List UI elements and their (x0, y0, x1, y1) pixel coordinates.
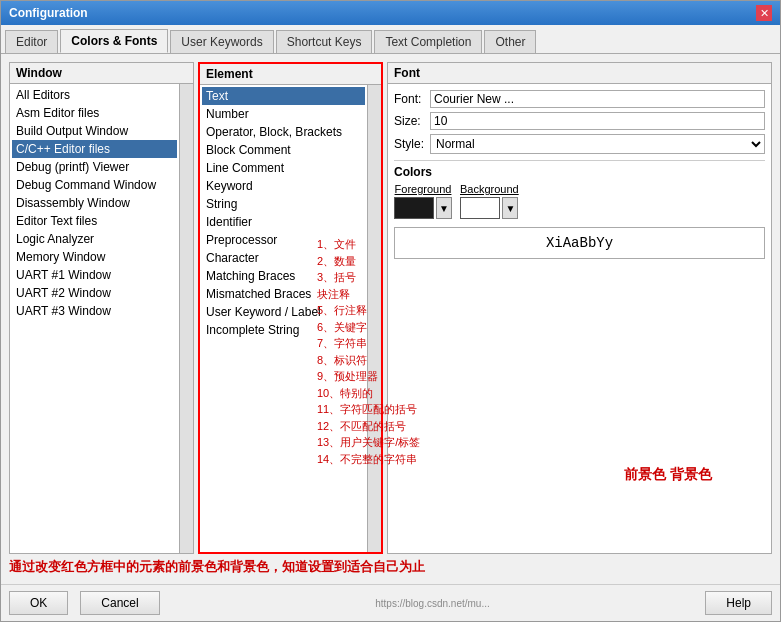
content-area: Window All Editors Asm Editor files Buil… (1, 54, 780, 584)
font-panel: Font Font: Courier New ... Size: 10 Styl… (387, 62, 772, 554)
font-value: Courier New ... (430, 90, 765, 108)
preview-text: XiAaBbYy (546, 235, 613, 251)
style-select[interactable]: Normal Bold Italic Bold Italic (430, 134, 765, 154)
element-list-item[interactable]: Character (202, 249, 365, 267)
tab-text-completion[interactable]: Text Completion (374, 30, 482, 53)
tab-user-keywords[interactable]: User Keywords (170, 30, 273, 53)
list-item-selected[interactable]: C/C++ Editor files (12, 140, 177, 158)
element-list-item-text[interactable]: Text (202, 87, 365, 105)
font-label: Font: (394, 92, 430, 106)
main-row: Window All Editors Asm Editor files Buil… (9, 62, 772, 554)
background-arrow-button[interactable]: ▼ (502, 197, 518, 219)
window-panel-title: Window (10, 63, 193, 84)
element-list-item[interactable]: Keyword (202, 177, 365, 195)
element-list-item[interactable]: Preprocessor (202, 231, 365, 249)
colors-title: Colors (394, 165, 765, 179)
annotation-container: 1、文件 2、数量 3、括号 块注释 5、行注释 6、关键字 7、字符串 8、标… (9, 556, 772, 576)
element-scrollbar[interactable] (367, 85, 381, 552)
colors-section: Colors Foreground ▼ Background (394, 160, 765, 219)
close-button[interactable]: ✕ (756, 5, 772, 21)
size-value: 10 (430, 112, 765, 130)
element-list-item[interactable]: Identifier (202, 213, 365, 231)
element-panel-title: Element (200, 64, 381, 85)
element-list-item[interactable]: Number (202, 105, 365, 123)
element-list-item[interactable]: String (202, 195, 365, 213)
element-list-container: Text Number Operator, Block, Brackets Bl… (200, 85, 381, 552)
list-item[interactable]: Asm Editor files (12, 104, 177, 122)
foreground-col: Foreground ▼ (394, 183, 452, 219)
list-item[interactable]: Debug Command Window (12, 176, 177, 194)
foreground-label[interactable]: Foreground (395, 183, 452, 195)
help-button[interactable]: Help (705, 591, 772, 615)
window-title: Configuration (9, 6, 88, 20)
size-label: Size: (394, 114, 430, 128)
tab-shortcut-keys[interactable]: Shortcut Keys (276, 30, 373, 53)
blog-link: https://blog.csdn.net/mu... (172, 598, 694, 609)
element-list-item[interactable]: User Keyword / Label (202, 303, 365, 321)
window-list-container: All Editors Asm Editor files Build Outpu… (10, 84, 193, 553)
list-item[interactable]: UART #2 Window (12, 284, 177, 302)
title-bar: Configuration ✕ (1, 1, 780, 25)
bottom-annotation-text: 通过改变红色方框中的元素的前景色和背景色，知道设置到适合自己为止 (9, 558, 772, 576)
foreground-swatch[interactable] (394, 197, 434, 219)
window-list[interactable]: All Editors Asm Editor files Build Outpu… (10, 84, 179, 553)
background-swatch[interactable] (460, 197, 500, 219)
background-col: Background ▼ (460, 183, 519, 219)
style-label: Style: (394, 137, 430, 151)
list-item[interactable]: UART #1 Window (12, 266, 177, 284)
element-list-item[interactable]: Block Comment (202, 141, 365, 159)
size-row: Size: 10 (394, 112, 765, 130)
cancel-button[interactable]: Cancel (80, 591, 159, 615)
tab-colors-fonts[interactable]: Colors & Fonts (60, 29, 168, 53)
window-scrollbar[interactable] (179, 84, 193, 553)
style-row: Style: Normal Bold Italic Bold Italic (394, 134, 765, 154)
element-panel: Element Text Number Operator, Block, Bra… (198, 62, 383, 554)
list-item[interactable]: All Editors (12, 86, 177, 104)
ok-button[interactable]: OK (9, 591, 68, 615)
background-label[interactable]: Background (460, 183, 519, 195)
list-item[interactable]: Logic Analyzer (12, 230, 177, 248)
list-item[interactable]: Debug (printf) Viewer (12, 158, 177, 176)
element-list[interactable]: Text Number Operator, Block, Brackets Bl… (200, 85, 367, 552)
list-item[interactable]: Memory Window (12, 248, 177, 266)
element-list-item[interactable]: Mismatched Braces (202, 285, 365, 303)
colors-row: Foreground ▼ Background ▼ (394, 183, 765, 219)
list-item[interactable]: UART #3 Window (12, 302, 177, 320)
list-item[interactable]: Disassembly Window (12, 194, 177, 212)
tab-other[interactable]: Other (484, 30, 536, 53)
list-item[interactable]: Editor Text files (12, 212, 177, 230)
foreground-swatch-row: ▼ (394, 197, 452, 219)
tabs-bar: Editor Colors & Fonts User Keywords Shor… (1, 25, 780, 54)
font-settings: Font: Courier New ... Size: 10 Style: No… (388, 84, 771, 265)
element-list-item[interactable]: Incomplete String (202, 321, 365, 339)
font-row: Font: Courier New ... (394, 90, 765, 108)
element-list-item[interactable]: Operator, Block, Brackets (202, 123, 365, 141)
element-list-item[interactable]: Line Comment (202, 159, 365, 177)
font-panel-title: Font (388, 63, 771, 84)
list-item[interactable]: Build Output Window (12, 122, 177, 140)
background-swatch-row: ▼ (460, 197, 518, 219)
window-panel: Window All Editors Asm Editor files Buil… (9, 62, 194, 554)
element-list-item[interactable]: Matching Braces (202, 267, 365, 285)
configuration-window: Configuration ✕ Editor Colors & Fonts Us… (0, 0, 781, 622)
preview-box: XiAaBbYy (394, 227, 765, 259)
tab-editor[interactable]: Editor (5, 30, 58, 53)
bottom-bar: OK Cancel https://blog.csdn.net/mu... He… (1, 584, 780, 621)
foreground-arrow-button[interactable]: ▼ (436, 197, 452, 219)
